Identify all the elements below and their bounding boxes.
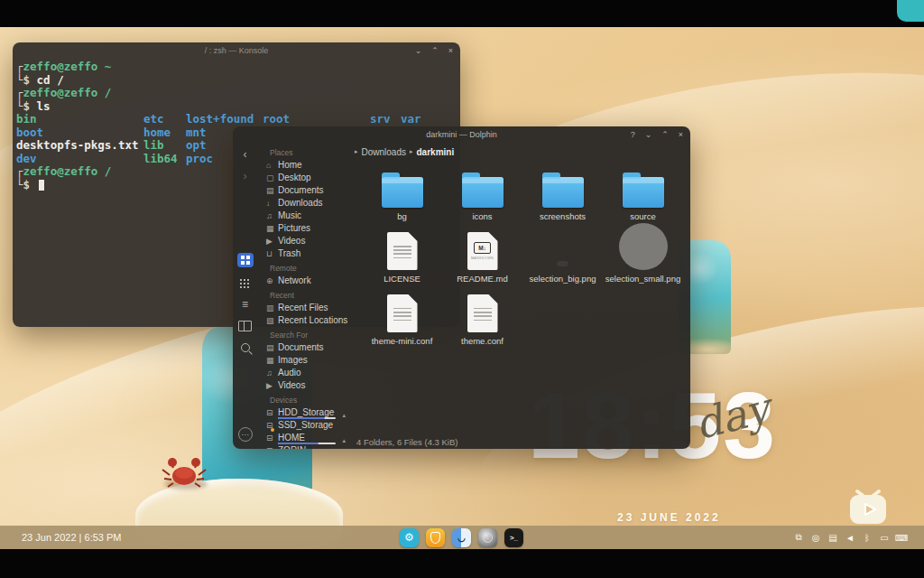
image-thumbnail (619, 223, 668, 270)
terminal-cursor (39, 180, 44, 191)
ls-entry: root (263, 113, 290, 126)
sidebar-item-label: Recent Locations (278, 314, 347, 327)
search-documents[interactable]: ▤Documents (257, 341, 351, 354)
place-network[interactable]: ⊕Network (257, 275, 351, 287)
breadcrumb-current-folder[interactable]: darkmini (417, 147, 455, 157)
place-pictures[interactable]: ▦Pictures (257, 222, 351, 235)
sidebar-item-label: Downloads (278, 197, 322, 210)
place-music[interactable]: ♫Music (257, 210, 351, 222)
file-item-README.md[interactable]: M↓MARKDOWNREADME.md (442, 223, 522, 285)
file-item-icons[interactable]: icons (442, 161, 522, 223)
clipboard-tray-icon[interactable]: ▤ (827, 533, 839, 543)
minimize-button[interactable]: ⌄ (645, 131, 652, 139)
back-button[interactable]: ‹ (244, 148, 247, 161)
letterbox-bottom (0, 549, 924, 578)
konsole-titlebar[interactable]: / : zsh — Konsole ⌄⌃× (13, 42, 460, 59)
sidebar-item-label: Recent Files (278, 302, 328, 314)
music-icon: ♫ (266, 367, 278, 379)
breadcrumb-arrow-icon: ▸ (355, 148, 358, 155)
file-item-source[interactable]: source (603, 161, 683, 223)
file-item-theme-mini.conf[interactable]: theme-mini.conf (362, 285, 442, 348)
keyboard-tray-icon[interactable]: ⌨ (895, 533, 908, 543)
sidebar-section-label: Devices (257, 394, 351, 406)
wallpaper-clock-date: 23 JUNE 2022 (617, 511, 721, 524)
bluetooth-tray-icon[interactable]: ᛒ (861, 533, 873, 543)
maximize-button[interactable]: ⌃ (661, 131, 669, 139)
text-file-icon (387, 294, 418, 332)
maximize-button[interactable]: ⌃ (431, 47, 439, 55)
file-item-theme.conf[interactable]: theme.conf (442, 285, 522, 348)
file-name-label: selection_small.png (605, 274, 680, 284)
icons-view-button[interactable] (237, 253, 254, 267)
search-button[interactable] (239, 341, 252, 354)
details-view-button[interactable]: ≡ (242, 298, 248, 311)
split-view-button[interactable] (238, 320, 252, 332)
sidebar-item-label: Pictures (278, 222, 310, 235)
system-tray: ⧉◎▤◄ᛒ▭⌨ (792, 532, 908, 543)
device-ssd-storage[interactable]: ⊟SSD_Storage (257, 419, 351, 432)
file-item-selection_big.png[interactable]: selection_big.png (522, 223, 603, 285)
settings-launcher[interactable]: ⚙ (400, 528, 419, 547)
file-item-screenshots[interactable]: screenshots (522, 161, 603, 223)
place-documents[interactable]: ▤Documents (257, 184, 351, 197)
image-thumbnail (557, 261, 568, 266)
place-home[interactable]: ⌂Home (257, 159, 351, 172)
dolphin-window: darkmini — Dolphin ?⌄⌃× ‹›≡⋯ Places⌂Home… (233, 126, 690, 449)
sidebar-item-label: Images (278, 354, 308, 367)
sidebar-section-label: Places (257, 146, 351, 159)
breadcrumb-downloads[interactable]: Downloads (362, 147, 406, 157)
sidebar-item-label: Network (278, 275, 311, 287)
minimize-button[interactable]: ⌄ (415, 47, 422, 55)
watermark-corner (897, 0, 924, 22)
file-item-bg[interactable]: bg (362, 161, 442, 223)
gear-icon: ⚙ (404, 531, 414, 544)
terminal-line: ┌zeffo@zeffo / (16, 87, 457, 100)
tray-expand-icon[interactable]: ▭ (878, 533, 891, 543)
forward-button[interactable]: › (244, 170, 247, 182)
terminal-text: zeffo@zeffo / (23, 86, 112, 99)
files-launcher[interactable]: ◡ (452, 528, 471, 547)
screen: 18:53 day 23 JUNE 2022 / : zsh — Konsole… (0, 0, 924, 578)
recent-files[interactable]: ▥Recent Files (257, 302, 351, 314)
recent-locations[interactable]: ▧Recent Locations (257, 314, 351, 327)
place-desktop[interactable]: ▢Desktop (257, 172, 351, 184)
desktop-icon: ▢ (266, 172, 278, 184)
file-item-selection_small.png[interactable]: selection_small.png (603, 223, 683, 285)
compact-view-button[interactable] (240, 278, 251, 291)
dolphin-window-title: darkmini — Dolphin (426, 130, 497, 139)
close-button[interactable]: × (679, 131, 683, 139)
eject-icon[interactable]: ▴ (342, 447, 346, 449)
drive-icon: ⊟ (266, 419, 278, 432)
file-item-LICENSE[interactable]: LICENSE (362, 223, 442, 285)
file-name-label: source (630, 211, 656, 221)
device-hdd-storage[interactable]: ⊟HDD_Storage▴ (257, 406, 351, 419)
shield-launcher[interactable] (426, 528, 445, 547)
markdown-sub-label: MARKDOWN (467, 256, 498, 260)
sidebar-item-label: ZORIN (278, 444, 306, 449)
ls-entry: srv (370, 113, 391, 126)
overflow-menu-button[interactable]: ⋯ (238, 427, 253, 442)
shield-icon (430, 532, 440, 544)
dolphin-titlebar[interactable]: darkmini — Dolphin ?⌄⌃× (233, 126, 690, 143)
close-button[interactable]: × (448, 47, 453, 55)
copy-tray-icon[interactable]: ⧉ (792, 532, 805, 543)
taskbar: 23 Jun 2022 | 6:53 PM ⚙◡>_ ⧉◎▤◄ᛒ▭⌨ (0, 526, 924, 549)
volume-tray-icon[interactable]: ◄ (844, 533, 856, 543)
search-audio[interactable]: ♫Audio (257, 367, 351, 379)
search-videos[interactable]: ▶Videos (257, 379, 351, 392)
updates-tray-icon[interactable]: ◎ (809, 533, 822, 543)
device-home[interactable]: ⊟HOME▴ (257, 432, 351, 444)
place-downloads[interactable]: ↓Downloads (257, 197, 351, 210)
dolphin-statusbar: 4 Folders, 6 Files (4.3 KiB) (351, 434, 690, 449)
lens-launcher[interactable] (478, 528, 497, 547)
search-images[interactable]: ▦Images (257, 354, 351, 367)
device-zorin[interactable]: ⊟ZORIN▴ (257, 444, 351, 449)
folder-icon (542, 177, 584, 208)
taskbar-clock[interactable]: 23 Jun 2022 | 6:53 PM (22, 532, 122, 543)
terminal-launcher[interactable]: >_ (504, 528, 523, 547)
sidebar-section-label: Remote (257, 262, 351, 275)
place-trash[interactable]: ⊔Trash (257, 247, 351, 260)
recent-locations-icon: ▧ (266, 314, 278, 327)
help-button[interactable]: ? (631, 131, 635, 139)
place-videos[interactable]: ▶Videos (257, 235, 351, 247)
